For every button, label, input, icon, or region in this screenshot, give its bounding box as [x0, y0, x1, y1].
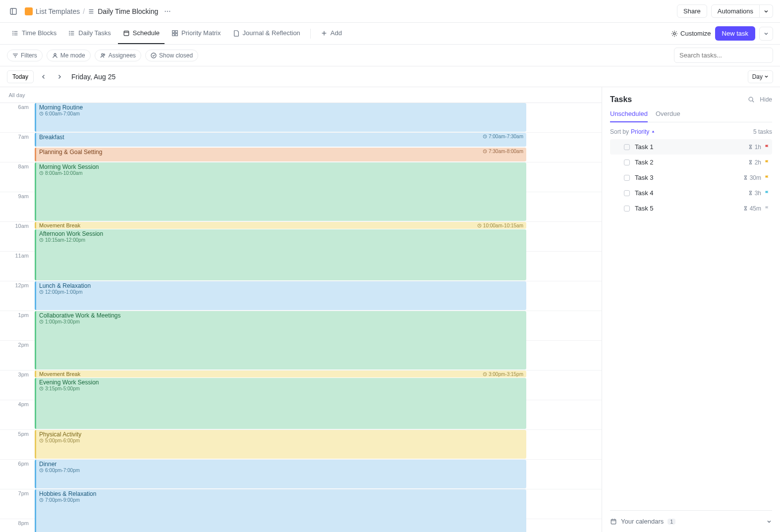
task-checkbox[interactable]: [624, 144, 630, 150]
add-view-button[interactable]: Add: [316, 23, 347, 44]
search-input[interactable]: [674, 48, 773, 63]
next-day-button[interactable]: [54, 71, 65, 83]
task-name: Task 3: [635, 174, 743, 181]
view-tab-journal-reflection[interactable]: Journal & Reflection: [228, 23, 305, 44]
top-header: List Templates / Daily Time Blocking Sha…: [0, 0, 780, 23]
show-closed-button[interactable]: Show closed: [145, 50, 198, 61]
main-area: All day Morning Routine6:00am-7:00amBrea…: [0, 87, 780, 532]
search-icon[interactable]: [748, 96, 755, 103]
calendar-column: All day Morning Routine6:00am-7:00amBrea…: [0, 87, 602, 532]
task-name: Task 4: [635, 189, 748, 197]
calendars-label: Your calendars: [621, 518, 664, 525]
calendars-section[interactable]: Your calendars 1: [610, 510, 772, 532]
svg-rect-52: [611, 519, 616, 524]
priority-flag-icon[interactable]: [764, 144, 770, 150]
breadcrumb-parent[interactable]: List Templates: [25, 7, 80, 15]
svg-point-12: [13, 33, 13, 33]
calendar-event[interactable]: Movement Break10:00am-10:15am: [35, 222, 526, 229]
filters-label: Filters: [21, 52, 37, 59]
priority-flag-icon[interactable]: [764, 206, 770, 212]
task-name: Task 2: [635, 159, 748, 166]
hour-label: 7am: [0, 133, 34, 162]
svg-rect-0: [10, 8, 16, 14]
time-grid-scroll[interactable]: Morning Routine6:00am-7:00amBreakfast7:0…: [0, 103, 602, 532]
task-panel-title: Tasks: [610, 95, 632, 104]
tab-unscheduled[interactable]: Unscheduled: [610, 110, 648, 122]
priority-flag-icon[interactable]: [764, 175, 770, 181]
svg-point-34: [103, 54, 105, 55]
me-mode-button[interactable]: Me mode: [47, 50, 91, 61]
task-count: 5 tasks: [753, 128, 772, 135]
customize-label: Customize: [680, 30, 711, 37]
more-icon[interactable]: [161, 5, 174, 18]
task-checkbox[interactable]: [624, 190, 630, 196]
task-row[interactable]: ⋮⋮Task 43h: [610, 185, 772, 201]
calendar-event[interactable]: Physical Activity5:00pm-6:00pm: [35, 430, 526, 459]
view-tab-time-blocks[interactable]: Time Blocks: [7, 23, 61, 44]
filters-button[interactable]: Filters: [7, 50, 43, 61]
task-row[interactable]: ⋮⋮Task 22h: [610, 155, 772, 170]
svg-rect-22: [172, 30, 174, 32]
new-task-dropdown[interactable]: [759, 27, 773, 41]
prev-day-button[interactable]: [38, 71, 50, 83]
svg-rect-25: [175, 33, 177, 35]
view-tab-daily-tasks[interactable]: Daily Tasks: [63, 23, 116, 44]
task-checkbox[interactable]: [624, 160, 630, 165]
automations-button[interactable]: Automations: [711, 4, 760, 18]
hour-label: 6pm: [0, 460, 34, 489]
calendar-event[interactable]: Evening Work Session3:15pm-5:00pm: [35, 378, 526, 429]
view-tabs-bar: Time BlocksDaily TasksSchedulePriority M…: [0, 23, 780, 45]
view-tab-priority-matrix[interactable]: Priority Matrix: [167, 23, 225, 44]
priority-flag-icon[interactable]: [764, 190, 770, 196]
view-actions: Customize New task: [671, 26, 773, 41]
task-duration: 45m: [743, 205, 761, 212]
assignees-label: Assignees: [109, 52, 136, 59]
calendar-event[interactable]: Afternoon Work Session10:15am-12:00pm: [35, 229, 526, 280]
breadcrumb-current-label: Daily Time Blocking: [98, 7, 158, 15]
task-checkbox[interactable]: [624, 206, 630, 212]
calendar-event[interactable]: Lunch & Relaxation12:00pm-1:00pm: [35, 281, 526, 310]
calendar-event[interactable]: Morning Work Session8:00am-10:00am: [35, 162, 526, 221]
filters-left: Filters Me mode Assignees Show closed: [7, 50, 198, 61]
svg-point-28: [673, 32, 675, 34]
calendar-event[interactable]: Morning Routine6:00am-7:00am: [35, 103, 526, 132]
svg-point-49: [749, 97, 753, 101]
calendar-event[interactable]: Breakfast7:00am-7:30am: [35, 133, 526, 147]
calendar-event[interactable]: Collaborative Work & Meetings1:00pm-3:00…: [35, 311, 526, 370]
hide-panel-button[interactable]: Hide: [760, 96, 772, 103]
sidebar-toggle-icon[interactable]: [7, 5, 20, 18]
breadcrumb-current[interactable]: Daily Time Blocking: [88, 7, 158, 15]
hour-label: 11am: [0, 252, 34, 281]
svg-point-11: [13, 31, 13, 32]
task-row[interactable]: ⋮⋮Task 330m: [610, 170, 772, 185]
events-column: Morning Routine6:00am-7:00amBreakfast7:0…: [34, 103, 527, 532]
task-checkbox[interactable]: [624, 175, 630, 181]
svg-point-6: [167, 10, 168, 11]
priority-flag-icon[interactable]: [764, 160, 770, 165]
sort-value: Priority: [631, 128, 649, 135]
header-right: Share Automations: [677, 4, 773, 18]
hour-label: 9am: [0, 192, 34, 221]
calendar-event[interactable]: Planning & Goal Setting7:30am-8:00am: [35, 148, 526, 161]
view-tab-schedule[interactable]: Schedule: [118, 23, 165, 44]
share-button[interactable]: Share: [677, 4, 707, 18]
task-row[interactable]: ⋮⋮Task 545m: [610, 201, 772, 216]
calendar-event[interactable]: Dinner6:00pm-7:00pm: [35, 460, 526, 488]
svg-point-19: [69, 35, 70, 35]
calendars-count-badge: 1: [668, 519, 675, 525]
assignees-button[interactable]: Assignees: [95, 50, 141, 61]
customize-button[interactable]: Customize: [671, 30, 711, 37]
task-row[interactable]: ⋮⋮Task 11h: [610, 139, 772, 155]
view-range-select[interactable]: Day: [748, 70, 773, 83]
hour-label: 4pm: [0, 400, 34, 429]
sort-control[interactable]: Sort by Priority: [610, 128, 655, 135]
filter-bar: Filters Me mode Assignees Show closed: [0, 45, 780, 66]
calendar-event[interactable]: Movement Break3:00pm-3:15pm: [35, 371, 526, 377]
automations-dropdown[interactable]: [760, 4, 773, 18]
svg-marker-51: [652, 131, 655, 133]
tab-overdue[interactable]: Overdue: [656, 110, 680, 122]
svg-rect-20: [124, 31, 129, 35]
calendar-event[interactable]: Hobbies & Relaxation7:00pm-9:00pm: [35, 489, 526, 532]
today-button[interactable]: Today: [7, 70, 34, 83]
new-task-button[interactable]: New task: [715, 26, 755, 41]
